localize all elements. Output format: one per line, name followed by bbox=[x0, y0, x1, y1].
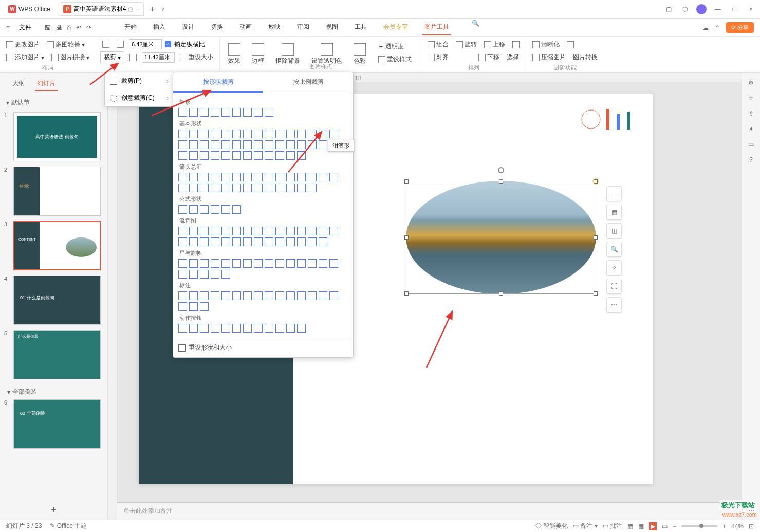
save-icon[interactable]: 🖫 bbox=[45, 24, 51, 31]
slide-thumb-5[interactable]: 5什么是倒装 bbox=[4, 330, 103, 379]
shape-flowchart-3[interactable] bbox=[211, 227, 219, 235]
tab-view[interactable]: 视图 bbox=[324, 20, 340, 35]
shape-arrows-11[interactable] bbox=[297, 173, 306, 181]
shape-arrows-12[interactable] bbox=[308, 173, 317, 181]
tab-slideshow[interactable]: 放映 bbox=[266, 20, 283, 35]
shape-callout-0[interactable] bbox=[178, 291, 187, 300]
shape-flowchart-1[interactable] bbox=[189, 227, 198, 235]
window-minimize[interactable]: — bbox=[713, 4, 723, 14]
comments-button[interactable]: ▭ 批注 bbox=[603, 522, 622, 530]
shape-basic-22[interactable] bbox=[254, 140, 263, 149]
grid-icon[interactable]: ▢ bbox=[663, 4, 674, 14]
shape-arrows-16[interactable] bbox=[189, 184, 198, 192]
align-button[interactable]: 对齐 bbox=[425, 52, 451, 63]
rail-star-icon[interactable]: ☆ bbox=[748, 95, 754, 102]
shape-basic-38[interactable] bbox=[265, 151, 273, 160]
shape-flowchart-9[interactable] bbox=[275, 227, 284, 235]
shape-stars-3[interactable] bbox=[211, 259, 219, 268]
crop-mode-1[interactable] bbox=[100, 40, 112, 49]
handle-w[interactable] bbox=[404, 235, 409, 240]
shape-basic-19[interactable] bbox=[221, 140, 230, 149]
shape-basic-16[interactable] bbox=[189, 140, 198, 149]
add-image-button[interactable]: 添加图片▾ bbox=[4, 52, 46, 63]
shape-callout-5[interactable] bbox=[232, 291, 241, 300]
change-image-button[interactable]: 更改图片 bbox=[4, 39, 42, 50]
shape-stars-15[interactable] bbox=[178, 270, 187, 279]
shape-basic-2[interactable] bbox=[200, 130, 209, 138]
shape-basic-13[interactable] bbox=[319, 130, 327, 138]
shape-basic-4[interactable] bbox=[221, 130, 230, 138]
shape-flowchart-20[interactable] bbox=[232, 237, 241, 246]
shape-stars-7[interactable] bbox=[254, 259, 263, 268]
shape-stars-8[interactable] bbox=[265, 259, 273, 268]
shape-basic-28[interactable] bbox=[319, 140, 327, 149]
reset-size-button[interactable]: 重设大小 bbox=[178, 52, 215, 63]
beautify-button[interactable]: ◇ 智能美化 bbox=[535, 522, 568, 530]
tab-start[interactable]: 开始 bbox=[122, 20, 139, 35]
shape-stars-11[interactable] bbox=[297, 259, 306, 268]
fit-button[interactable]: ⊡ bbox=[749, 523, 754, 530]
shape-arrows-8[interactable] bbox=[265, 173, 273, 181]
shape-basic-35[interactable] bbox=[232, 151, 241, 160]
shape-formula-3[interactable] bbox=[211, 205, 219, 214]
window-close[interactable]: × bbox=[746, 4, 756, 14]
shape-arrows-14[interactable] bbox=[329, 173, 338, 181]
shape-basic-30[interactable] bbox=[178, 151, 187, 160]
shape-arrows-27[interactable] bbox=[308, 184, 317, 192]
shape-basic-37[interactable] bbox=[254, 151, 263, 160]
shape-arrows-20[interactable] bbox=[232, 184, 241, 192]
tab-picture-tools[interactable]: 图片工具 bbox=[422, 20, 451, 35]
shape-arrows-2[interactable] bbox=[200, 173, 209, 181]
shape-basic-24[interactable] bbox=[275, 140, 284, 149]
handle-e[interactable] bbox=[594, 235, 598, 240]
shape-rect-2[interactable] bbox=[200, 108, 209, 117]
float-more-button[interactable]: ⋯ bbox=[606, 297, 622, 313]
shape-basic-15[interactable] bbox=[178, 140, 187, 149]
move-up-button[interactable]: 上移 bbox=[482, 39, 507, 50]
shape-basic-23[interactable] bbox=[265, 140, 273, 149]
height-input[interactable] bbox=[142, 52, 175, 63]
zoom-value[interactable]: 84% bbox=[731, 523, 744, 530]
shape-arrows-4[interactable] bbox=[221, 173, 230, 181]
view-normal-icon[interactable]: ▦ bbox=[627, 523, 633, 530]
shape-callout-16[interactable] bbox=[189, 302, 198, 311]
multi-carousel-button[interactable]: 多图轮播▾ bbox=[45, 39, 87, 50]
shape-callout-9[interactable] bbox=[275, 291, 284, 300]
rail-help-icon[interactable]: ? bbox=[749, 156, 753, 163]
shape-callout-4[interactable] bbox=[221, 291, 230, 300]
tab-tools[interactable]: 工具 bbox=[353, 20, 369, 35]
window-maximize[interactable]: □ bbox=[729, 4, 739, 14]
select-pane-button[interactable] bbox=[510, 40, 522, 49]
shape-basic-31[interactable] bbox=[189, 151, 198, 160]
shape-basic-1[interactable] bbox=[189, 130, 198, 138]
slide-thumb-4[interactable]: 401 什么是倒装句 bbox=[4, 276, 103, 325]
shape-stars-18[interactable] bbox=[211, 270, 219, 279]
crop-menu-crop[interactable]: 裁剪(P)› bbox=[105, 72, 174, 89]
shape-basic-7[interactable] bbox=[254, 130, 263, 138]
collapse-ribbon-icon[interactable]: ⌃ bbox=[715, 24, 720, 31]
shape-callout-12[interactable] bbox=[308, 291, 317, 300]
shape-basic-36[interactable] bbox=[243, 151, 252, 160]
shape-basic-32[interactable] bbox=[200, 151, 209, 160]
zoom-out[interactable]: − bbox=[673, 523, 676, 530]
shape-arrows-3[interactable] bbox=[211, 173, 219, 181]
shape-action-3[interactable] bbox=[211, 324, 219, 333]
shape-flowchart-4[interactable] bbox=[221, 227, 230, 235]
crop-menu-creative[interactable]: 创意裁剪(C)› bbox=[105, 89, 174, 106]
shape-basic-39[interactable] bbox=[275, 151, 284, 160]
shape-formula-5[interactable] bbox=[232, 205, 241, 214]
shape-rect-8[interactable] bbox=[265, 108, 273, 117]
shape-arrows-18[interactable] bbox=[211, 184, 219, 192]
shape-flowchart-2[interactable] bbox=[200, 227, 209, 235]
shape-action-0[interactable] bbox=[178, 324, 187, 333]
shape-flowchart-23[interactable] bbox=[265, 237, 273, 246]
cloud-icon[interactable]: ☁ bbox=[702, 24, 709, 31]
shape-basic-14[interactable] bbox=[329, 130, 338, 138]
shape-action-6[interactable] bbox=[243, 324, 252, 333]
shape-flowchart-7[interactable] bbox=[254, 227, 263, 235]
undo-icon[interactable]: ↶ bbox=[76, 24, 81, 31]
slide-thumb-6[interactable]: 602 全部倒装 bbox=[4, 399, 103, 449]
select-button[interactable]: 选择 bbox=[505, 52, 521, 63]
shape-basic-6[interactable] bbox=[243, 130, 252, 138]
group-button[interactable]: 组合 bbox=[425, 39, 451, 50]
